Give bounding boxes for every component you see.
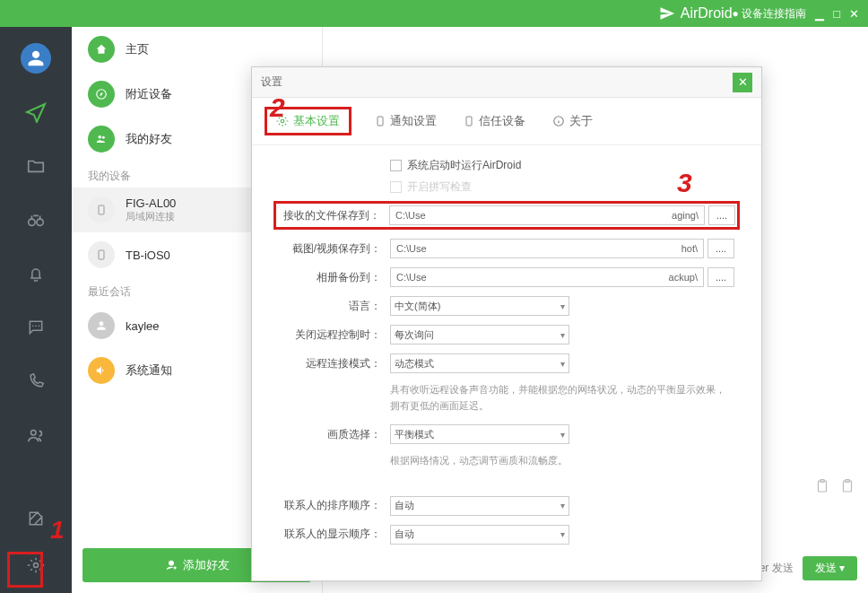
tab-about[interactable]: 关于: [549, 111, 596, 131]
browse-button[interactable]: ....: [708, 205, 735, 225]
remote-close-select[interactable]: 每次询问: [390, 325, 569, 344]
phone-icon: [88, 196, 115, 223]
svg-point-6: [34, 563, 39, 568]
modal-header: 设置 ✕: [252, 67, 761, 98]
modal-body: 系统启动时运行AirDroid 开启拼写检查 接收的文件保存到： C:\Usea…: [252, 145, 761, 580]
album-backup-label: 相册备份到：: [279, 270, 381, 285]
connection-guide-link[interactable]: ● 设备连接指南: [733, 6, 807, 22]
clipboard-icon[interactable]: [839, 478, 855, 494]
speaker-icon: [88, 357, 115, 384]
svg-rect-11: [99, 250, 104, 259]
screenshot-path-label: 截图/视频保存到：: [279, 241, 381, 257]
contact-sort-select[interactable]: 自动: [390, 496, 569, 516]
send-button[interactable]: 发送 ▾: [803, 556, 857, 580]
paper-plane-icon: [659, 5, 675, 22]
tab-label: 信任设备: [479, 113, 525, 129]
checkbox-label: 开启拼写检查: [407, 179, 472, 195]
close-window-button[interactable]: ✕: [849, 7, 859, 21]
titlebar: AirDroid ● 设备连接指南 ▁ □ ✕: [0, 0, 868, 27]
screenshot-path-input[interactable]: C:\Usehot\: [390, 239, 704, 258]
remote-mode-select[interactable]: 动态模式: [390, 353, 569, 373]
clipboard-icon[interactable]: [814, 478, 830, 494]
checkbox-icon: [390, 181, 402, 193]
home-icon: [88, 36, 115, 63]
settings-icon[interactable]: [21, 550, 51, 580]
recv-path-label: 接收的文件保存到：: [278, 208, 380, 223]
remote-close-label: 关闭远程控制时：: [279, 327, 381, 343]
recent-name: 系统通知: [126, 362, 172, 379]
remote-mode-hint: 具有收听远程设备声音功能，并能根据您的网络状况，动态的平衡显示效果，拥有更低的画…: [390, 382, 734, 414]
phone-icon: [88, 241, 115, 268]
tab-label: 通知设置: [390, 113, 437, 129]
user-icon: [88, 312, 115, 339]
call-icon[interactable]: [21, 366, 51, 397]
tab-notify[interactable]: 通知设置: [371, 111, 440, 131]
quality-label: 画质选择：: [279, 427, 381, 442]
minimize-button[interactable]: ▁: [815, 7, 824, 21]
binoculars-icon[interactable]: [21, 205, 51, 235]
info-icon: [552, 115, 565, 127]
language-label: 语言：: [279, 299, 381, 314]
maximize-button[interactable]: □: [833, 7, 840, 21]
contacts-icon[interactable]: [21, 420, 51, 450]
browse-button[interactable]: ....: [707, 267, 734, 287]
chat-icon[interactable]: [21, 312, 51, 343]
contact-display-label: 联系人的显示顺序：: [279, 527, 381, 542]
folder-icon[interactable]: [21, 151, 51, 181]
tab-label: 关于: [569, 113, 593, 129]
contact-sort-label: 联系人的排序顺序：: [279, 498, 381, 513]
quality-hint: 根据网络情况，动态调节画质和流畅度。: [390, 453, 734, 469]
friends-icon: [88, 126, 115, 153]
bell-icon[interactable]: [21, 258, 51, 289]
send-icon[interactable]: [21, 97, 51, 127]
settings-modal: 2 3 设置 ✕ 基本设置 通知设置 信任设备 关于: [251, 66, 762, 581]
compass-icon: [88, 81, 115, 108]
sidebar-item-home[interactable]: 主页: [72, 27, 322, 72]
annotation-label-2: 2: [270, 92, 285, 123]
device-name: TB-iOS0: [126, 249, 170, 262]
svg-point-3: [35, 326, 37, 327]
compose-icon[interactable]: [21, 503, 51, 534]
checkbox-label: 系统启动时运行AirDroid: [407, 158, 521, 173]
svg-rect-18: [466, 117, 472, 126]
add-user-icon: [165, 559, 178, 571]
sidebar-item-label: 附近设备: [126, 86, 172, 102]
tab-trust[interactable]: 信任设备: [460, 111, 529, 131]
svg-point-0: [29, 219, 35, 225]
device-name: FIG-AL00: [126, 196, 176, 210]
svg-point-1: [37, 219, 43, 225]
modal-close-button[interactable]: ✕: [733, 73, 752, 92]
browse-button[interactable]: ....: [707, 239, 734, 258]
modal-title: 设置: [261, 74, 282, 90]
modal-tabs: 基本设置 通知设置 信任设备 关于: [252, 98, 761, 145]
svg-point-9: [102, 136, 105, 139]
annotation-label-1: 1: [50, 516, 65, 545]
svg-rect-10: [99, 205, 104, 214]
sidebar-item-label: 我的好友: [126, 131, 172, 147]
recv-path-input[interactable]: C:\Useaging\: [389, 205, 705, 225]
toolbar-icons: [814, 478, 855, 494]
svg-point-4: [39, 326, 40, 327]
language-select[interactable]: 中文(简体): [390, 296, 569, 316]
app-title: AirDroid: [659, 5, 733, 22]
album-backup-input[interactable]: C:\Useackup\: [390, 267, 704, 287]
sidebar-item-label: 主页: [126, 41, 149, 57]
quality-select[interactable]: 平衡模式: [390, 424, 569, 444]
annotation-label-3: 3: [677, 168, 692, 198]
tab-label: 基本设置: [293, 113, 340, 129]
remote-mode-label: 远程连接模式：: [279, 356, 381, 371]
contact-display-select[interactable]: 自动: [390, 525, 569, 545]
avatar-icon[interactable]: [21, 43, 51, 74]
svg-point-2: [32, 326, 34, 327]
checkbox-icon[interactable]: [390, 160, 402, 171]
annotation-box-3: 接收的文件保存到： C:\Useaging\ ....: [273, 201, 740, 230]
recent-name: kaylee: [126, 319, 160, 333]
svg-rect-17: [378, 117, 383, 126]
phone-icon: [375, 115, 386, 127]
device-sub: 局域网连接: [126, 210, 176, 223]
svg-point-8: [99, 135, 102, 139]
nav-rail: 1: [0, 27, 72, 593]
svg-point-5: [31, 431, 37, 436]
phone-icon: [464, 115, 474, 127]
add-friend-label: 添加好友: [183, 557, 230, 573]
